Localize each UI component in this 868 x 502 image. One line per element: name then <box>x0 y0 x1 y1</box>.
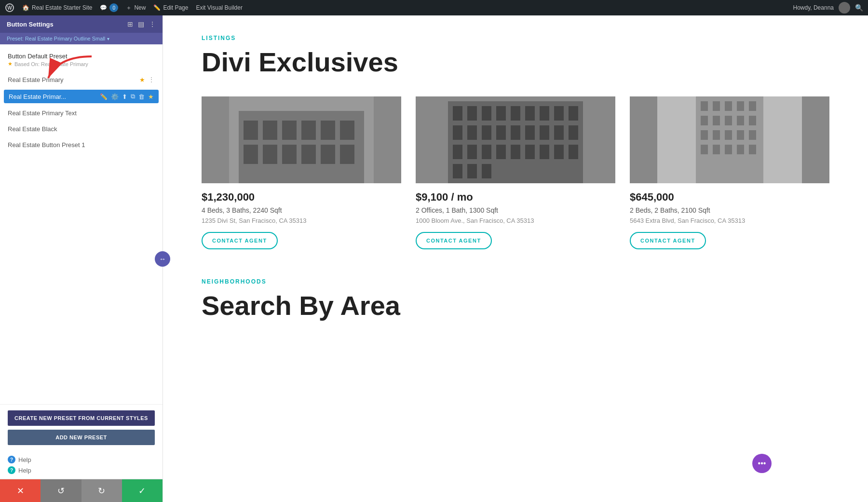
search-icon[interactable]: 🔍 <box>855 4 863 12</box>
svg-rect-27 <box>554 106 564 121</box>
new-item[interactable]: ＋ New <box>126 4 146 12</box>
avatar <box>839 2 850 14</box>
svg-rect-64 <box>725 130 732 140</box>
neighborhoods-label: NEIGHBORHOODS <box>202 278 829 285</box>
layout-icon[interactable]: ▤ <box>138 20 144 28</box>
svg-rect-20 <box>453 106 462 121</box>
list-item[interactable]: Real Estate Black <box>0 121 163 137</box>
edit-page-label: Edit Page <box>163 4 188 11</box>
create-preset-button[interactable]: CREATE NEW PRESET FROM CURRENT STYLES <box>8 410 155 426</box>
delete-preset-icon[interactable]: 🗑 <box>138 93 145 100</box>
drag-handle[interactable]: ↔ <box>155 251 170 267</box>
svg-rect-33 <box>511 125 520 140</box>
svg-rect-17 <box>340 145 354 164</box>
preset-list: Button Default Preset ★ Based On: Real E… <box>0 44 163 404</box>
help-label-2: Help <box>18 467 31 474</box>
contact-agent-button-1[interactable]: CONTACT AGENT <box>202 232 278 249</box>
svg-rect-69 <box>725 145 732 154</box>
redo-icon: ↻ <box>98 486 105 496</box>
drag-handle-icon: ↔ <box>159 255 166 263</box>
admin-bar-right: Howdy, Deanna 🔍 <box>793 2 864 14</box>
help-link-2[interactable]: ? Help <box>8 466 155 474</box>
svg-rect-39 <box>467 145 477 159</box>
svg-text:W: W <box>7 5 12 11</box>
save-button[interactable]: ✓ <box>122 479 163 502</box>
three-dots-icon[interactable]: ⋮ <box>148 76 155 83</box>
grid-icon[interactable]: ⊞ <box>127 20 133 28</box>
svg-rect-43 <box>525 145 535 159</box>
svg-rect-47 <box>453 164 462 178</box>
preset-default[interactable]: Button Default Preset ★ Based On: Real E… <box>0 48 163 71</box>
preset-item-left: Real Estate Primary <box>8 76 64 83</box>
preset-name: Real Estate Primary Text <box>8 109 77 117</box>
edit-preset-icon[interactable]: ✏️ <box>100 93 108 100</box>
edit-page-item[interactable]: ✏️ Edit Page <box>153 4 188 11</box>
panel-header-icons: ⊞ ▤ ⋮ <box>127 20 156 28</box>
comments-item[interactable]: 💬 0 <box>100 3 118 12</box>
save-icon: ✓ <box>138 486 146 496</box>
svg-rect-28 <box>569 106 578 121</box>
redo-button[interactable]: ↻ <box>81 479 122 502</box>
svg-rect-21 <box>467 106 477 121</box>
panel-title: Button Settings <box>7 21 54 28</box>
listing-details-1: 4 Beds, 3 Baths, 2240 Sqft <box>202 206 401 214</box>
settings-preset-icon[interactable]: ⚙️ <box>111 93 119 100</box>
svg-rect-11 <box>340 121 354 140</box>
svg-rect-38 <box>453 145 462 159</box>
exit-builder-item[interactable]: Exit Visual Builder <box>196 4 243 11</box>
panel-help: ? Help ? Help <box>0 451 163 479</box>
listing-price-1: $1,230,000 <box>202 191 401 204</box>
new-label: New <box>134 4 146 11</box>
add-preset-button[interactable]: ADD NEW PRESET <box>8 430 155 445</box>
listing-address-3: 5643 Extra Blvd, San Fracisco, CA 35313 <box>630 217 829 224</box>
floating-menu-button[interactable]: ••• <box>752 454 772 473</box>
building-svg-3 <box>630 96 829 183</box>
panel-header: Button Settings ⊞ ▤ ⋮ <box>0 15 163 33</box>
preset-active-item[interactable]: Real Estate Primar... ✏️ ⚙️ ⬆ ⧉ 🗑 ★ <box>4 90 159 103</box>
svg-rect-10 <box>321 121 335 140</box>
svg-rect-15 <box>301 145 316 164</box>
svg-rect-53 <box>713 101 720 111</box>
star-active-icon[interactable]: ★ <box>148 93 154 100</box>
close-button[interactable]: ✕ <box>0 479 41 502</box>
site-name-item[interactable]: 🏠 Real Estate Starter Site <box>22 4 92 11</box>
svg-rect-7 <box>263 121 277 140</box>
list-item[interactable]: Real Estate Button Preset 1 <box>0 137 163 153</box>
svg-rect-48 <box>467 164 477 178</box>
contact-agent-button-3[interactable]: CONTACT AGENT <box>630 232 706 249</box>
preset-subtitle[interactable]: Preset: Real Estate Primary Outline Smal… <box>0 33 163 44</box>
svg-rect-55 <box>737 101 744 111</box>
svg-rect-29 <box>453 125 462 140</box>
dots-menu-icon[interactable]: ⋮ <box>149 20 156 28</box>
contact-agent-button-2[interactable]: CONTACT AGENT <box>416 232 492 249</box>
listing-image-1 <box>202 96 401 183</box>
help-link-1[interactable]: ? Help <box>8 456 155 463</box>
preset-based-on: ★ Based On: Real Estate Primary <box>8 61 155 67</box>
svg-rect-42 <box>511 145 520 159</box>
preset-name: Real Estate Black <box>8 125 57 133</box>
preset-name: Real Estate Button Preset 1 <box>8 141 85 149</box>
wp-logo-item[interactable]: W <box>5 3 14 13</box>
svg-rect-6 <box>244 121 258 140</box>
svg-rect-46 <box>569 145 578 159</box>
listing-details-2: 2 Offices, 1 Bath, 1300 Sqft <box>416 206 615 214</box>
comment-icon: 💬 <box>100 4 107 11</box>
listings-grid: $1,230,000 4 Beds, 3 Baths, 2240 Sqft 12… <box>202 96 829 249</box>
svg-rect-68 <box>713 145 720 154</box>
svg-rect-59 <box>725 116 732 125</box>
list-item[interactable]: Real Estate Primary ★ ⋮ <box>0 71 163 88</box>
list-item[interactable]: Real Estate Primary Text <box>0 105 163 121</box>
svg-rect-26 <box>540 106 549 121</box>
main-content: LISTINGS Divi Exclusives <box>163 15 868 502</box>
undo-button[interactable]: ↺ <box>41 479 81 502</box>
svg-rect-23 <box>496 106 506 121</box>
listings-section: LISTINGS Divi Exclusives <box>202 35 829 249</box>
upload-preset-icon[interactable]: ⬆ <box>122 93 127 100</box>
help-icon-teal: ? <box>8 466 15 474</box>
svg-rect-16 <box>321 145 335 164</box>
listings-label: LISTINGS <box>202 35 829 41</box>
star-icon[interactable]: ★ <box>139 76 145 83</box>
svg-rect-22 <box>482 106 491 121</box>
copy-preset-icon[interactable]: ⧉ <box>131 93 135 100</box>
svg-rect-57 <box>701 116 708 125</box>
